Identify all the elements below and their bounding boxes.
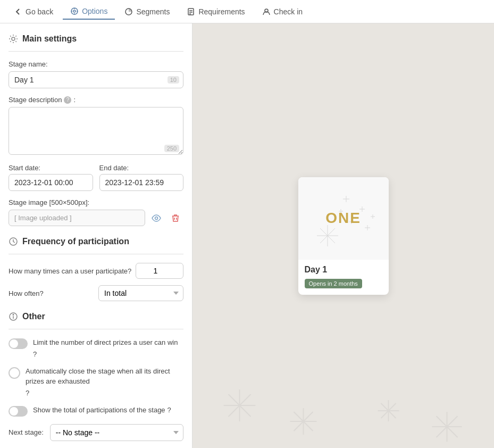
limit-prizes-help-icon[interactable]: ? (33, 350, 37, 359)
options-tab-label: Options (82, 7, 107, 15)
next-stage-row: Next stage: -- No stage -- (9, 424, 183, 441)
start-date-label: Start date: (9, 164, 93, 172)
image-upload-row: [ Image uploaded ] (9, 210, 183, 226)
limit-prizes-toggle[interactable] (9, 338, 28, 349)
stage-description-textarea[interactable] (9, 107, 183, 155)
start-date-input[interactable] (9, 174, 93, 191)
stage-name-counter: 10 (168, 76, 179, 84)
end-date-label: End date: (99, 164, 184, 172)
tab-segments[interactable]: Segments (117, 4, 177, 19)
main-settings-title: Main settings (22, 34, 77, 44)
auto-close-help-icon[interactable]: ? (26, 388, 29, 398)
card-stage-name: Day 1 (305, 265, 382, 275)
stage-name-input[interactable] (9, 71, 183, 88)
segments-tab-label: Segments (136, 7, 170, 16)
image-field-box: [ Image uploaded ] (9, 210, 145, 226)
go-back-label: Go back (26, 7, 53, 16)
frequency-icon (9, 237, 18, 246)
checkin-tab-label: Check in (274, 7, 303, 16)
show-total-slider (9, 406, 28, 417)
gear-icon (9, 34, 18, 44)
show-total-toggle[interactable] (9, 406, 28, 417)
frequency-title: Frequency of participation (22, 237, 129, 246)
times-participate-row: How many times can a user participate? (9, 263, 183, 279)
start-date-field: Start date: (9, 164, 93, 191)
stage-image-label: Stage image [500×500px]: (9, 198, 183, 206)
requirements-icon (187, 7, 195, 16)
next-stage-select[interactable]: -- No stage -- (50, 424, 183, 441)
other-section: Other Limit the number of direct prizes … (9, 312, 183, 441)
how-often-label: How often? (9, 289, 44, 297)
show-total-help-icon[interactable]: ? (168, 405, 171, 415)
go-back-button[interactable]: Go back (6, 4, 61, 19)
stage-name-label: Stage name: (9, 60, 183, 68)
end-date-input[interactable] (99, 174, 184, 191)
eye-icon (152, 213, 161, 223)
main-layout: Main settings Stage name: 10 Stage descr… (0, 23, 494, 448)
limit-prizes-row: Limit the number of direct prizes a user… (9, 338, 183, 359)
svg-point-1 (73, 10, 76, 12)
times-participate-label: How many times can a user participate? (9, 267, 131, 275)
checkin-icon (262, 7, 271, 16)
svg-point-11 (12, 37, 15, 40)
card-body: Day 1 Opens in 2 months (298, 260, 389, 295)
other-header: Other (9, 312, 183, 321)
svg-point-18 (13, 314, 14, 316)
auto-close-label: Automatically close the stage when all i… (26, 367, 183, 386)
background-decoration (192, 342, 494, 448)
frequency-divider (9, 254, 183, 254)
card-badge: Opens in 2 months (305, 279, 362, 288)
frequency-section: Frequency of participation How many time… (9, 237, 183, 301)
other-divider (9, 329, 183, 329)
stage-description-field: Stage description ? : 250 (9, 96, 183, 156)
other-title: Other (22, 312, 45, 321)
trash-icon (171, 214, 180, 222)
svg-point-12 (155, 217, 158, 219)
stage-desc-help-icon[interactable]: ? (64, 96, 71, 104)
how-often-row: How often? In total Per day Per week Per… (9, 285, 183, 301)
how-often-select[interactable]: In total Per day Per week Per month (98, 285, 183, 301)
main-settings-divider (9, 51, 183, 52)
stage-desc-counter: 250 (164, 145, 179, 152)
times-participate-input[interactable] (136, 263, 183, 279)
auto-close-circle[interactable] (9, 367, 20, 379)
limit-prizes-slider (9, 338, 28, 349)
stage-desc-label: Stage description ? : (9, 96, 183, 104)
next-stage-label: Next stage: (9, 428, 44, 436)
top-navigation: Go back Options Segments Requirements Ch… (0, 0, 494, 23)
auto-close-row: Automatically close the stage when all i… (9, 367, 183, 398)
stage-image-field: Stage image [500×500px]: [ Image uploade… (9, 198, 183, 226)
stage-name-field: Stage name: 10 (9, 60, 183, 88)
limit-prizes-label: Limit the number of direct prizes a user… (33, 338, 178, 347)
stage-desc-wrapper: 250 (9, 107, 183, 156)
tab-checkin[interactable]: Check in (255, 4, 310, 19)
delete-image-button[interactable] (168, 210, 183, 226)
show-total-label: Show the total of participations of the … (33, 405, 165, 415)
other-icon (9, 312, 18, 321)
end-date-field: End date: (99, 164, 184, 191)
frequency-header: Frequency of participation (9, 237, 183, 246)
show-total-row: Show the total of participations of the … (9, 405, 183, 417)
main-settings-header: Main settings (9, 34, 183, 44)
tab-requirements[interactable]: Requirements (179, 4, 252, 19)
segments-icon (124, 7, 133, 16)
card-image: ONE (298, 177, 389, 260)
preview-card: ONE Day 1 Opens in 2 months (298, 177, 389, 295)
dates-row: Start date: End date: (9, 164, 183, 191)
tab-options[interactable]: Options (63, 4, 115, 20)
options-icon (70, 7, 79, 15)
requirements-tab-label: Requirements (198, 7, 245, 16)
back-arrow-icon (14, 7, 22, 16)
view-image-button[interactable] (148, 210, 164, 226)
stage-name-wrapper: 10 (9, 71, 183, 88)
left-panel: Main settings Stage name: 10 Stage descr… (0, 23, 192, 448)
card-title: ONE (325, 210, 361, 227)
right-panel: ONE Day 1 Opens in 2 months (192, 23, 494, 448)
